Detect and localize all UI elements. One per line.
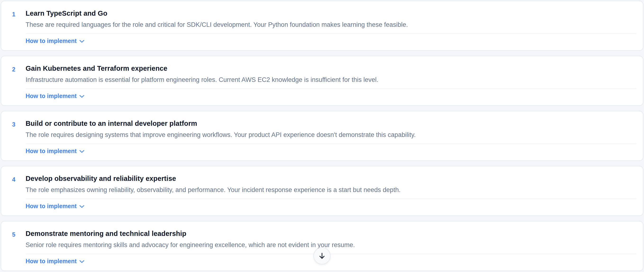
card-content: Gain Kubernetes and Terraform experience… <box>26 64 636 100</box>
item-number: 1 <box>12 9 26 18</box>
recommendation-card-1: 1 Learn TypeScript and Go These are requ… <box>1 1 643 51</box>
item-number: 3 <box>12 119 26 128</box>
chevron-down-icon <box>79 205 84 208</box>
how-to-implement-label: How to implement <box>26 257 76 265</box>
item-description: Infrastructure automation is essential f… <box>26 76 636 84</box>
item-title: Gain Kubernetes and Terraform experience <box>26 64 636 72</box>
how-to-implement-label: How to implement <box>26 92 76 100</box>
how-to-implement-label: How to implement <box>26 202 76 210</box>
recommendation-card-2: 2 Gain Kubernetes and Terraform experien… <box>1 56 643 106</box>
item-title: Learn TypeScript and Go <box>26 9 636 17</box>
card-content: Learn TypeScript and Go These are requir… <box>26 9 636 45</box>
how-to-implement-label: How to implement <box>26 147 76 155</box>
item-title: Demonstrate mentoring and technical lead… <box>26 229 636 238</box>
divider <box>26 199 636 199</box>
divider <box>26 88 636 89</box>
how-to-implement-toggle[interactable]: How to implement <box>26 202 84 210</box>
chevron-down-icon <box>79 40 84 43</box>
how-to-implement-toggle[interactable]: How to implement <box>26 257 84 265</box>
how-to-implement-toggle[interactable]: How to implement <box>26 147 84 155</box>
card-content: Demonstrate mentoring and technical lead… <box>26 229 636 265</box>
recommendations-list: 1 Learn TypeScript and Go These are requ… <box>0 0 644 272</box>
item-number: 5 <box>12 229 26 238</box>
item-number: 2 <box>12 64 26 73</box>
recommendation-card-4: 4 Develop observability and reliability … <box>1 166 643 216</box>
item-description: Senior role requires mentoring skills an… <box>26 241 636 249</box>
card-content: Develop observability and reliability ex… <box>26 175 636 210</box>
item-number: 4 <box>12 175 26 183</box>
chevron-down-icon <box>79 95 84 98</box>
arrow-down-icon <box>318 252 326 260</box>
how-to-implement-label: How to implement <box>26 37 76 45</box>
how-to-implement-toggle[interactable]: How to implement <box>26 37 84 45</box>
item-title: Develop observability and reliability ex… <box>26 175 636 183</box>
divider <box>26 254 636 254</box>
how-to-implement-toggle[interactable]: How to implement <box>26 92 84 100</box>
item-description: The role emphasizes owning reliability, … <box>26 186 636 194</box>
scroll-to-bottom-button[interactable] <box>314 247 330 264</box>
chevron-down-icon <box>79 260 84 263</box>
item-description: These are required languages for the rol… <box>26 21 636 29</box>
divider <box>26 34 636 34</box>
divider <box>26 144 636 144</box>
item-description: The role requires designing systems that… <box>26 131 636 139</box>
recommendation-card-3: 3 Build or contribute to an internal dev… <box>1 111 643 161</box>
card-content: Build or contribute to an internal devel… <box>26 119 636 155</box>
item-title: Build or contribute to an internal devel… <box>26 119 636 127</box>
chevron-down-icon <box>79 150 84 153</box>
